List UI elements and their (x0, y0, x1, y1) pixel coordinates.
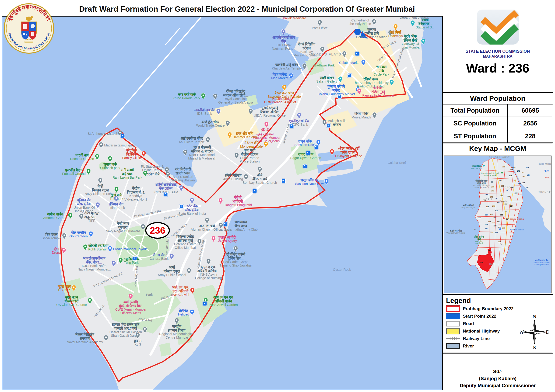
keymap-ward-number: 194 (510, 169, 513, 171)
map-label: आर्मीपब्लिक स्कूलArmy Public School (158, 265, 191, 277)
map-label: यूएस क्लबUS Club (58, 285, 76, 292)
map-pin-icon (88, 298, 92, 304)
map-label: आई. एन. एच.एस. अस्विनीINHS Asvini (172, 285, 195, 297)
map-pin-icon (317, 20, 322, 26)
bus-stop-icon (314, 145, 319, 150)
map-label: BRADYS FLATS (311, 51, 347, 57)
map-pin-icon (206, 259, 211, 265)
legend-label: Road (463, 321, 474, 326)
street-name-label: Dr Homi Bhabha Rd (134, 209, 161, 218)
keymap-ward-number: 234 (498, 241, 501, 243)
population-row: SC Population2656 (443, 117, 553, 130)
population-value: 228 (508, 130, 553, 143)
map-label: Kailak Medicare (283, 17, 306, 20)
sheet-frame: Draft Ward Formation For General Electio… (2, 2, 553, 390)
keymap-ward-number: 201 (491, 190, 495, 192)
signature-name: (Sanjog Kabare) (479, 376, 517, 381)
bus-stop-icon (203, 302, 207, 306)
keymap-ward-number: 228 (473, 228, 476, 230)
ward-title: Ward : 236 (466, 61, 529, 75)
key-map-header: Key Map - MCGM (443, 143, 553, 154)
legend-label: River (463, 343, 474, 349)
map-pin-icon (108, 156, 112, 162)
keymap-label: TROMBAY (538, 191, 552, 194)
map-pin-icon (128, 294, 133, 300)
map-pin-icon (108, 246, 112, 252)
map-pin-icon (281, 29, 286, 36)
map-label: साक्षी दालनSakshi Gallery (316, 76, 343, 83)
map-label: कुलाबा आगीरीColaba Agiary (211, 235, 237, 243)
street-name-label: Robert Rd (161, 293, 175, 301)
map-pin-icon (263, 142, 268, 148)
keymap-ward-number: 229 (494, 225, 497, 227)
street-name-label: P J Ramchandani Marg (392, 48, 405, 78)
keymap-ward-number: 202 (495, 197, 498, 199)
map-pin-icon (218, 198, 223, 204)
map-label: कवी (आर्मी)मुंबई ऑफिसर मिसCWE (Army) Mum… (115, 294, 146, 315)
map-pin-icon (227, 132, 232, 139)
map-label: हॅमर अँड साँगHammer & Song (227, 132, 257, 139)
legend-label: Prabhag Boundary 2022 (463, 306, 514, 311)
map-label: गेटवे ऑफइंडिया मुंबईGateway OfIndia Mumb… (401, 34, 425, 50)
map-label: कौटुंबिकक्लिनिकFamily Clinic (122, 148, 146, 160)
map-label: सायकलपार्कCycle Park (373, 65, 389, 76)
map-pin-icon (330, 149, 335, 155)
keymap-ward-number: 217 (506, 218, 509, 220)
election-commission-block: STATE ELECTION COMMISSION MAHARASHTRA Wa… (443, 2, 553, 93)
map-label: गंगोत्रीभागीरथीGangotri Bhagirathi (218, 195, 252, 207)
map-label: रॉयल कॉन्सुलेटजनरल ऑफ सौदी...Royal Consu… (213, 89, 253, 105)
map-pin-icon (338, 77, 343, 83)
map-label: इंडियन बँकIndian Bank (108, 196, 125, 210)
prabhag-swatch (446, 306, 460, 312)
bus-stop-icon (355, 52, 359, 56)
map-pin-icon (393, 24, 398, 30)
map-pin-icon (141, 151, 146, 157)
map-pin-icon (169, 254, 174, 260)
map-label: कुलाबापोलीस ठाणेColaba Police Station (356, 28, 393, 39)
keymap-label: Crawford market (509, 229, 525, 231)
map-label: हेलीपॅडHelipad (178, 309, 194, 316)
map-label: Pradip manohar Tayade (108, 246, 147, 252)
keymap-ward-number: 184 (510, 186, 513, 188)
commission-name: STATE ELECTION COMMISSION (466, 49, 530, 54)
map-label: आई एकविरा मंदिरAai Ekvira Temple (179, 136, 210, 144)
info-panel: STATE ELECTION COMMISSION MAHARASHTRA Wa… (442, 2, 553, 390)
population-value: 2656 (508, 117, 553, 129)
bus-stop-icon (347, 73, 352, 78)
keymap-ward-number: 188 (503, 166, 505, 168)
map-pin-icon (216, 109, 221, 115)
map-pin-icon (86, 169, 91, 175)
bus-stop-icon (306, 151, 310, 155)
keymap-label: वाळकेश्वर मंदिरWalkeshwar Temple (446, 230, 465, 234)
map-pin-icon (205, 137, 210, 143)
map-pin-icon (83, 244, 88, 251)
map-label: Colaba Market (339, 60, 366, 66)
street-name-label: BEST Marg (381, 40, 397, 50)
keymap-ward-number: 225 (488, 221, 491, 223)
map-pin-icon (244, 174, 248, 180)
map-label: ॲक्से बिल्डिंगAkse Building (223, 173, 248, 181)
map-pin-icon (62, 233, 66, 240)
map-label: HealthspringCuffeParade- A unit of... (264, 97, 299, 104)
map-pin-icon (98, 178, 103, 184)
keymap-ward-number: 222 (492, 221, 496, 223)
keymap-label: बी. ए. (545, 170, 549, 172)
legend-title: Legend (446, 297, 553, 305)
map-pin-icon (88, 231, 93, 238)
map-pin-icon (79, 214, 84, 220)
map-pin-icon (289, 73, 294, 79)
keymap-ward-number: 204 (484, 199, 487, 201)
map-label: Oyster Rock (333, 268, 351, 271)
map-pin-icon (166, 172, 170, 178)
keymap-label: बांदरा किलाBandra Fort (471, 165, 482, 170)
keymap-label: श्रीसिद्धिविनायकमंदिर, मुंबईShri Siddhi … (472, 180, 491, 189)
keymap-ward-number: 200 (491, 186, 495, 188)
map-label: Madarsa talimul quran (99, 142, 137, 149)
map-pin-icon (211, 236, 216, 242)
map-label: कुव 3Kv 3 (134, 333, 141, 346)
street-name-label: WNC Officers Mess Rd (93, 272, 123, 288)
map-label: Badhwar Park (314, 64, 335, 67)
keymap-ward-number: 210 (500, 195, 503, 197)
sec-logo-icon (476, 8, 520, 46)
map-label: मोंडेगार कॅफेMondegar Cafe (240, 141, 268, 148)
